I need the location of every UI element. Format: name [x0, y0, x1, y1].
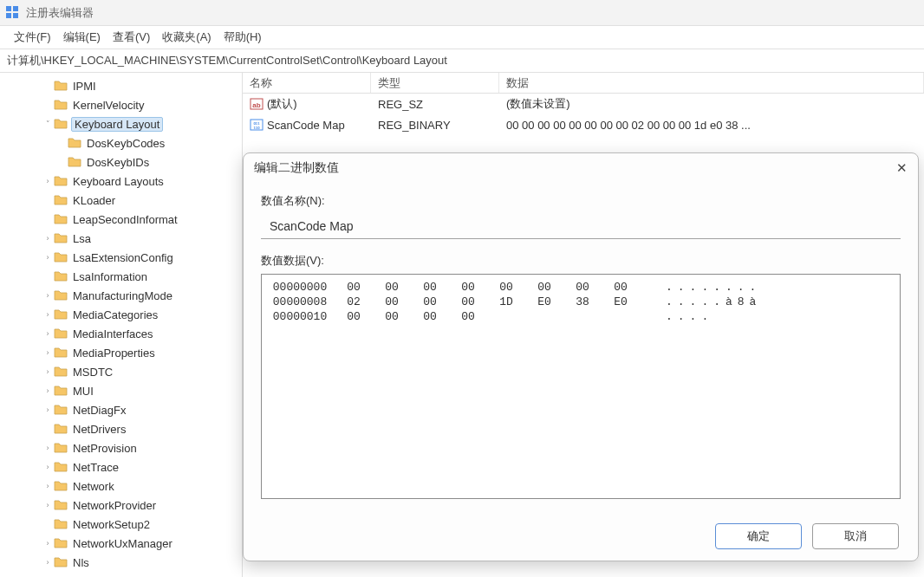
tree-item[interactable]: ›MediaInterfaces	[0, 324, 242, 343]
tree-item[interactable]: ›Network	[0, 477, 242, 496]
menu-help[interactable]: 帮助(H)	[224, 29, 262, 45]
hex-byte[interactable]: 00	[373, 295, 411, 309]
hex-byte[interactable]: 00	[373, 309, 411, 324]
tree-item[interactable]: NetDrivers	[0, 419, 242, 438]
hex-byte[interactable]: 00	[449, 295, 487, 309]
menu-view[interactable]: 查看(V)	[113, 29, 150, 45]
tree-item[interactable]: ›MediaCategories	[0, 305, 242, 324]
folder-icon	[54, 499, 68, 511]
hex-editor[interactable]: 000000000000000000000000........00000008…	[261, 274, 901, 499]
tree-pane[interactable]: IPMIKernelVelocity˅Keyboard LayoutDosKey…	[0, 73, 243, 577]
tree-item-label: Keyboard Layouts	[71, 175, 166, 188]
hex-byte[interactable]	[525, 309, 563, 324]
hex-byte[interactable]: 00	[411, 280, 449, 295]
hex-byte[interactable]: 00	[487, 280, 525, 295]
chevron-icon[interactable]: ›	[42, 558, 54, 567]
value-name: (默认)	[267, 96, 297, 112]
list-header-type[interactable]: 类型	[371, 73, 499, 93]
tree-item[interactable]: ›MUI	[0, 381, 242, 400]
chevron-icon[interactable]: ›	[42, 386, 54, 395]
chevron-icon[interactable]: ›	[42, 253, 54, 262]
binary-value-icon: 011110	[250, 118, 264, 132]
tree-item[interactable]: NetworkSetup2	[0, 515, 242, 534]
chevron-icon[interactable]: ›	[42, 482, 54, 490]
chevron-icon[interactable]: ›	[42, 501, 54, 509]
hex-byte[interactable]: 00	[449, 309, 487, 324]
tree-item[interactable]: ›Keyboard Layouts	[0, 172, 242, 191]
chevron-icon[interactable]: ›	[42, 444, 54, 452]
chevron-icon[interactable]: ›	[42, 348, 54, 357]
tree-item[interactable]: ›Nls	[0, 553, 242, 572]
folder-icon	[54, 366, 68, 378]
hex-byte[interactable]: 38	[563, 295, 602, 309]
chevron-icon[interactable]: ›	[42, 405, 54, 414]
hex-byte[interactable]: 00	[411, 309, 449, 324]
hex-byte[interactable]	[602, 309, 640, 324]
folder-icon	[54, 537, 68, 549]
tree-item[interactable]: DosKeybCodes	[0, 133, 242, 152]
chevron-icon[interactable]: ›	[42, 329, 54, 338]
chevron-icon[interactable]: ›	[42, 310, 54, 319]
chevron-icon[interactable]: ›	[42, 234, 54, 243]
tree-item[interactable]: ›NetworkUxManager	[0, 534, 242, 553]
tree-item[interactable]: ›NetProvision	[0, 438, 242, 457]
hex-byte[interactable]: 00	[449, 280, 487, 295]
hex-byte[interactable]: 1D	[487, 295, 525, 309]
hex-byte[interactable]	[487, 309, 525, 324]
tree-item[interactable]: ›MediaProperties	[0, 343, 242, 362]
hex-byte[interactable]: 02	[335, 295, 373, 309]
chevron-icon[interactable]: ›	[42, 463, 54, 471]
hex-byte[interactable]: 00	[411, 295, 449, 309]
hex-byte[interactable]: 00	[563, 280, 602, 295]
list-header-name[interactable]: 名称	[243, 73, 371, 93]
hex-row: 0000001000000000....	[265, 309, 896, 324]
hex-byte[interactable]: 00	[525, 280, 563, 295]
tree-item[interactable]: ˅Keyboard Layout	[0, 114, 242, 133]
tree-item[interactable]: ›LsaExtensionConfig	[0, 248, 242, 267]
cancel-button[interactable]: 取消	[812, 523, 899, 549]
tree-item[interactable]: ›Lsa	[0, 229, 242, 248]
edit-binary-dialog: 编辑二进制数值 ✕ 数值名称(N): ScanCode Map 数值数据(V):…	[243, 152, 919, 561]
tree-item[interactable]: ›ManufacturingMode	[0, 286, 242, 305]
ok-button[interactable]: 确定	[715, 523, 802, 549]
name-field[interactable]: ScanCode Map	[261, 214, 901, 239]
hex-byte[interactable]: 00	[602, 280, 640, 295]
tree-item[interactable]: LeapSecondInformat	[0, 210, 242, 229]
tree-item[interactable]: IPMI	[0, 76, 242, 95]
tree-item[interactable]: ›NetworkProvider	[0, 496, 242, 515]
list-header: 名称 类型 数据	[243, 73, 924, 94]
dialog-title: 编辑二进制数值	[254, 160, 339, 176]
chevron-icon[interactable]: ›	[42, 539, 54, 548]
menu-edit[interactable]: 编辑(E)	[63, 29, 101, 45]
tree-item[interactable]: ›NetTrace	[0, 457, 242, 477]
menubar: 文件(F) 编辑(E) 查看(V) 收藏夹(A) 帮助(H)	[0, 26, 924, 49]
list-row[interactable]: ab(默认)REG_SZ(数值未设置)	[243, 94, 924, 114]
list-row[interactable]: 011110ScanCode MapREG_BINARY00 00 00 00 …	[243, 114, 924, 135]
tree-item[interactable]: ›MSDTC	[0, 362, 242, 381]
string-value-icon: ab	[250, 97, 264, 111]
chevron-icon[interactable]: ›	[42, 367, 54, 376]
list-header-data[interactable]: 数据	[499, 73, 924, 93]
menu-favorites[interactable]: 收藏夹(A)	[162, 29, 211, 45]
hex-byte[interactable]	[563, 309, 602, 324]
tree-item[interactable]: DosKeybIDs	[0, 152, 242, 172]
tree-item[interactable]: ›NetDiagFx	[0, 400, 242, 419]
close-icon[interactable]: ✕	[892, 159, 911, 178]
hex-byte[interactable]: E0	[525, 295, 563, 309]
tree-item-label: NetDrivers	[71, 423, 127, 436]
tree-item[interactable]: KLoader	[0, 191, 242, 210]
hex-bytes: 0000000000000000	[335, 280, 640, 295]
address-bar[interactable]: 计算机\HKEY_LOCAL_MACHINE\SYSTEM\CurrentCon…	[0, 49, 924, 73]
hex-byte[interactable]: 00	[373, 280, 411, 295]
hex-byte[interactable]: 00	[335, 280, 373, 295]
tree-item[interactable]: KernelVelocity	[0, 95, 242, 114]
menu-file[interactable]: 文件(F)	[14, 29, 51, 45]
hex-byte[interactable]: 00	[335, 309, 373, 324]
tree-item-label: LsaExtensionConfig	[71, 251, 175, 264]
hex-byte[interactable]: E0	[602, 295, 640, 309]
chevron-icon[interactable]: ›	[42, 291, 54, 300]
chevron-icon[interactable]: ›	[42, 177, 54, 185]
hex-bytes: 020000001DE038E0	[335, 295, 640, 309]
chevron-icon[interactable]: ˅	[42, 120, 54, 128]
tree-item[interactable]: LsaInformation	[0, 267, 242, 286]
